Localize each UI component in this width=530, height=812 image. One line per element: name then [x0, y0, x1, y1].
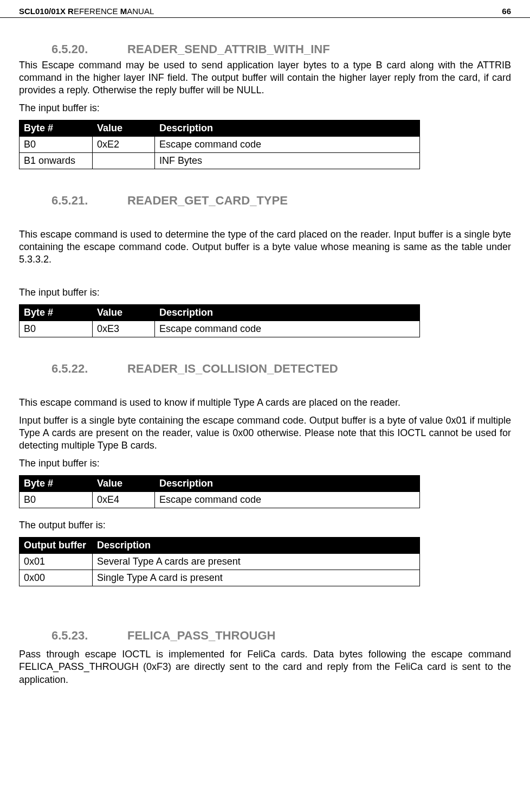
doc-title: SCL010/01X REFERENCE MANUAL [19, 7, 154, 16]
output-buffer-table-6-5-22: Output buffer Description 0x01 Several T… [19, 537, 420, 586]
table-cell: 0xE2 [93, 137, 155, 153]
table-header: Value [93, 305, 155, 321]
table-header: Byte # [20, 305, 93, 321]
table-row: B0 0xE4 Escape command code [20, 492, 420, 508]
table-header: Description [93, 538, 420, 554]
spacer [19, 591, 511, 629]
table-row: 0x01 Several Type A cards are present [20, 554, 420, 570]
table-cell: 0x01 [20, 554, 93, 570]
table-cell: Escape command code [155, 137, 420, 153]
spacer [19, 213, 511, 228]
section-heading-6-5-23: 6.5.23.FELICA_PASS_THROUGH [19, 629, 511, 643]
table-cell: Single Type A card is present [93, 570, 420, 586]
spacer [19, 381, 511, 397]
table-header-row: Byte # Value Description [20, 476, 420, 492]
input-buffer-table-6-5-22: Byte # Value Description B0 0xE4 Escape … [19, 475, 420, 508]
table-row: B1 onwards INF Bytes [20, 153, 420, 169]
table-cell: Escape command code [155, 321, 420, 337]
table-header-row: Byte # Value Description [20, 305, 420, 321]
paragraph: Input buffer is a single byte containing… [19, 414, 511, 452]
page-content: 6.5.20.READER_SEND_ATTRIB_WITH_INF This … [0, 18, 530, 702]
table-cell: Several Type A cards are present [93, 554, 420, 570]
table-header: Description [155, 305, 420, 321]
table-row: B0 0xE3 Escape command code [20, 321, 420, 337]
section-heading-6-5-21: 6.5.21.READER_GET_CARD_TYPE [19, 194, 511, 208]
table-header-row: Byte # Value Description [20, 120, 420, 137]
page-number: 66 [502, 7, 511, 16]
table-cell: INF Bytes [155, 153, 420, 169]
table-cell: B0 [20, 492, 93, 508]
table-header: Byte # [20, 476, 93, 492]
table-header: Description [155, 120, 420, 137]
table-header: Value [93, 120, 155, 137]
input-buffer-table-6-5-21: Byte # Value Description B0 0xE3 Escape … [19, 304, 420, 337]
table-cell: B0 [20, 137, 93, 153]
spacer [19, 513, 511, 519]
table-cell: B0 [20, 321, 93, 337]
table-row: B0 0xE2 Escape command code [20, 137, 420, 153]
paragraph: This escape command is used to determine… [19, 228, 511, 266]
table-header: Output buffer [20, 538, 93, 554]
table-header: Byte # [20, 120, 93, 137]
table-header: Description [155, 476, 420, 492]
paragraph: The output buffer is: [19, 519, 511, 532]
table-header: Value [93, 476, 155, 492]
table-cell: 0xE3 [93, 321, 155, 337]
table-cell: Escape command code [155, 492, 420, 508]
page-header: SCL010/01X REFERENCE MANUAL 66 [0, 0, 530, 18]
paragraph: Pass through escape IOCTL is implemented… [19, 648, 511, 686]
section-heading-6-5-22: 6.5.22.READER_IS_COLLISION_DETECTED [19, 362, 511, 376]
table-header-row: Output buffer Description [20, 538, 420, 554]
paragraph: The input buffer is: [19, 102, 511, 114]
paragraph: The input buffer is: [19, 457, 511, 470]
input-buffer-table-6-5-20: Byte # Value Description B0 0xE2 Escape … [19, 120, 420, 169]
section-heading-6-5-20: 6.5.20.READER_SEND_ATTRIB_WITH_INF [19, 42, 511, 56]
table-cell: 0x00 [20, 570, 93, 586]
paragraph: The input buffer is: [19, 286, 511, 299]
table-cell [93, 153, 155, 169]
table-cell: 0xE4 [93, 492, 155, 508]
table-cell: B1 onwards [20, 153, 93, 169]
spacer [19, 271, 511, 286]
paragraph: This escape command is used to know if m… [19, 397, 511, 409]
table-row: 0x00 Single Type A card is present [20, 570, 420, 586]
paragraph: This Escape command may be used to send … [19, 59, 511, 97]
